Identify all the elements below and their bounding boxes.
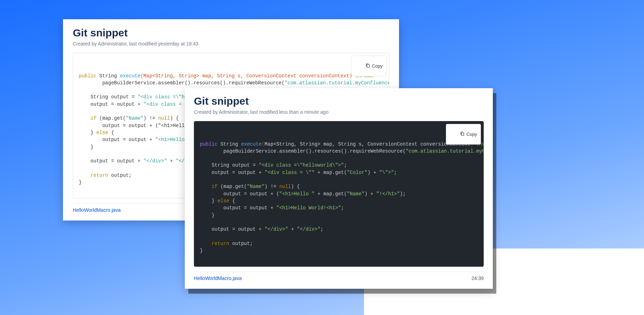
copy-button-label: Copy	[467, 132, 477, 137]
copy-icon	[450, 126, 465, 142]
code-line: String output = "<div class =\"helloworl…	[200, 162, 347, 168]
code-line: output = output + "<h1>Hello World!<h1>"…	[200, 205, 344, 211]
code-line: }	[200, 248, 203, 253]
code-line: }	[79, 144, 93, 150]
code-line: public String execute(Map<String, String…	[200, 141, 484, 147]
page-meta: Created by Administrator, last modified …	[73, 41, 389, 47]
code-line: output = output + ("<h1>Hello " + map.ge…	[200, 191, 406, 197]
svg-rect-1	[461, 133, 464, 135]
snippet-card-dark: Git snippet Created by Administrator, la…	[185, 88, 493, 289]
code-block-dark: Copy public String execute(Map<String, S…	[194, 121, 484, 267]
code-line: pageBuilderService.assembler().resources…	[200, 148, 484, 154]
copy-button-label: Copy	[372, 63, 383, 69]
code-line: output = output + "<h1>Hello	[79, 137, 188, 142]
page-meta: Created by Administrator, last modified …	[194, 109, 484, 115]
code-line: output = output + "<div class = \"" + ma…	[200, 170, 397, 175]
code-line: output = output + "</div>" + "</div>";	[200, 226, 323, 232]
copy-icon	[355, 58, 370, 74]
footer-timestamp: 24:39	[471, 275, 484, 281]
code-line: output = output + "<div class = \	[79, 102, 188, 107]
svg-rect-0	[367, 64, 369, 67]
file-link[interactable]: HelloWorldMacro.java	[73, 207, 121, 213]
code-line: public String execute(Map<String, String…	[79, 73, 376, 79]
snippet-footer: HelloWorldMacro.java 24:39	[194, 272, 484, 281]
code-line: if (map.get("Name") != null) {	[79, 115, 179, 121]
code-line: output = output + "</div>" + "</di	[79, 158, 190, 164]
code-line: pageBuilderService.assembler().resources…	[79, 80, 389, 86]
code-line: return output;	[200, 241, 253, 246]
copy-button[interactable]: Copy	[351, 56, 386, 76]
copy-button[interactable]: Copy	[446, 124, 481, 145]
page-title: Git snippet	[194, 95, 484, 107]
code-line: return output;	[79, 173, 132, 178]
code-line: }	[200, 212, 215, 218]
file-link[interactable]: HelloWorldMacro.java	[194, 275, 242, 281]
code-line: } else {	[79, 130, 114, 135]
page-title: Git snippet	[73, 27, 389, 39]
code-line: } else {	[200, 198, 235, 204]
code-line: }	[79, 180, 82, 185]
code-line: output = output + ("<h1>Hello	[79, 123, 188, 128]
code-line: if (map.get("Name") != null) {	[200, 184, 300, 189]
